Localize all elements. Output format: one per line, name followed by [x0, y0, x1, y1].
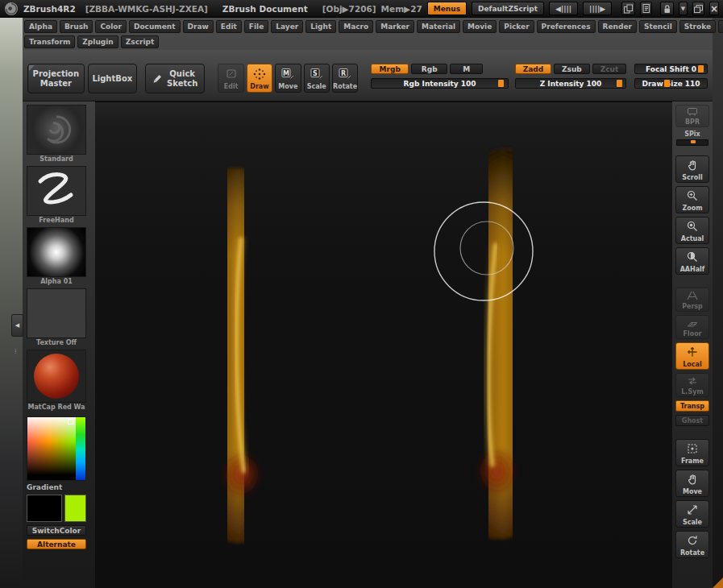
menu-item-zscript[interactable]: Zscript: [121, 35, 160, 48]
menu-item-texture[interactable]: Texture: [718, 20, 723, 33]
menu-item-color[interactable]: Color: [95, 20, 127, 33]
rotate-mode-button[interactable]: R Rotate: [332, 64, 358, 93]
document-canvas[interactable]: [95, 101, 672, 588]
magnifier-half-icon: [686, 248, 699, 266]
lsym-button[interactable]: L.Sym: [675, 373, 709, 397]
local-button[interactable]: Local: [675, 342, 709, 370]
copy-icon: [622, 3, 634, 14]
collapse-window-button[interactable]: ▼: [679, 2, 688, 15]
menu-item-file[interactable]: File: [244, 20, 268, 33]
menu-item-macro[interactable]: Macro: [339, 20, 373, 33]
zadd-button[interactable]: Zadd: [515, 64, 551, 74]
secondary-color-swatch[interactable]: [64, 495, 86, 522]
lightbox-button[interactable]: LightBox: [88, 64, 137, 93]
alternate-button[interactable]: Alternate: [27, 539, 86, 549]
menu-scroll-left-button[interactable]: ◀||||: [549, 2, 578, 15]
menu-scroll-right-button[interactable]: ||||▶: [583, 2, 612, 15]
quick-sketch-button[interactable]: Quick Sketch: [145, 64, 206, 93]
zcut-button[interactable]: Zcut: [592, 64, 626, 74]
left-tray-toggle[interactable]: ◀: [11, 314, 23, 337]
edit-mode-button[interactable]: Edit: [218, 64, 243, 93]
menu-item-layer[interactable]: Layer: [271, 20, 303, 33]
draw-mode-button[interactable]: Draw: [247, 64, 272, 93]
slider-handle[interactable]: [664, 80, 670, 87]
switch-color-button[interactable]: SwitchColor: [27, 525, 86, 536]
scroll-button[interactable]: Scroll: [675, 155, 709, 183]
ghost-button[interactable]: Ghost: [675, 415, 709, 426]
default-zscript-button[interactable]: DefaultZScript: [472, 2, 544, 15]
material-selector[interactable]: MatCap Red Wa: [27, 350, 86, 412]
alpha-selector[interactable]: Alpha 01: [27, 227, 86, 286]
frame-button[interactable]: Frame: [675, 439, 709, 466]
export-document-button[interactable]: [640, 2, 652, 15]
floor-button[interactable]: Floor: [675, 315, 709, 339]
chevron-left-icon: ◀: [15, 322, 19, 329]
move-mode-button[interactable]: M Move: [275, 64, 301, 93]
slider-handle[interactable]: [698, 65, 704, 72]
menu-item-transform[interactable]: Transform: [24, 35, 75, 48]
actual-size-button[interactable]: Actual: [675, 217, 709, 244]
menu-item-marker[interactable]: Marker: [376, 20, 414, 33]
object-counter: [Obj▶7206]: [322, 4, 376, 14]
hue-strip[interactable]: [76, 417, 85, 480]
menu-item-picker[interactable]: Picker: [499, 20, 534, 33]
move-canvas-button[interactable]: Move: [675, 470, 709, 497]
scale-mode-button[interactable]: S Scale: [304, 64, 330, 93]
menu-item-movie[interactable]: Movie: [463, 20, 497, 33]
color-picker-field[interactable]: [27, 417, 76, 480]
zsub-button[interactable]: Zsub: [554, 64, 590, 74]
persp-button[interactable]: Persp: [675, 288, 709, 312]
menu-item-light[interactable]: Light: [305, 20, 336, 33]
z-intensity-slider[interactable]: Z Intensity 100: [515, 78, 626, 89]
stroke-selector[interactable]: FreeHand: [27, 166, 86, 225]
slider-handle[interactable]: [498, 80, 504, 87]
copy-document-button[interactable]: [621, 2, 635, 15]
scroll-label: Scroll: [682, 174, 702, 181]
menu-item-zplugin[interactable]: Zplugin: [77, 35, 118, 48]
menus-button[interactable]: Menus: [427, 2, 467, 15]
menu-item-edit[interactable]: Edit: [216, 20, 242, 33]
canvas-artwork: [95, 102, 672, 588]
bpr-button[interactable]: BPR: [675, 105, 709, 127]
menu-item-preferences[interactable]: Preferences: [537, 20, 596, 33]
app-title: ZBrush4R2: [23, 4, 76, 14]
close-window-button[interactable]: ×: [709, 2, 719, 15]
slider-handle[interactable]: [617, 80, 622, 87]
alpha-thumbnail-icon: [27, 227, 86, 277]
menu-item-document[interactable]: Document: [129, 20, 181, 33]
magnifier-actual-icon: [686, 217, 699, 235]
aahalf-label: AAHalf: [680, 266, 705, 273]
rgb-button[interactable]: Rgb: [411, 64, 447, 74]
slider-handle[interactable]: [691, 140, 696, 143]
menu-item-brush[interactable]: Brush: [60, 20, 93, 33]
menu-item-stroke[interactable]: Stroke: [679, 20, 716, 33]
draw-size-slider[interactable]: Draw Size 110: [634, 78, 708, 89]
zbrush-window: ◀ ⁞ ZBrush4R2 [ZBBA-WMKG-ASHJ-ZXEA] ZBru…: [0, 0, 723, 588]
primary-color-swatch[interactable]: [27, 495, 62, 522]
mrgb-button[interactable]: Mrgb: [371, 64, 409, 74]
spix-slider[interactable]: SPix: [675, 130, 709, 146]
lsym-label: L.Sym: [681, 388, 703, 395]
projection-master-button[interactable]: Projection Master: [27, 64, 85, 93]
menu-item-material[interactable]: Material: [417, 20, 460, 33]
zoom-button[interactable]: Zoom: [675, 186, 709, 213]
brush-selector[interactable]: Standard: [27, 105, 86, 164]
scale-canvas-button[interactable]: Scale: [675, 500, 709, 528]
color-picker[interactable]: [27, 416, 86, 481]
menu-item-render[interactable]: Render: [598, 20, 637, 33]
texture-selector[interactable]: Texture Off: [27, 288, 86, 347]
aahalf-button[interactable]: AAHalf: [675, 247, 709, 275]
resize-grip[interactable]: [713, 578, 723, 588]
menu-item-stencil[interactable]: Stencil: [639, 20, 677, 33]
rotate-canvas-button[interactable]: Rotate: [675, 531, 709, 558]
gradient-toggle[interactable]: Gradient: [27, 483, 86, 491]
menu-item-alpha[interactable]: Alpha: [24, 20, 57, 33]
license-code: [ZBBA-WMKG-ASHJ-ZXEA]: [85, 4, 208, 14]
restore-window-button[interactable]: [692, 2, 704, 15]
rgb-intensity-slider[interactable]: Rgb Intensity 100: [371, 78, 509, 89]
focal-shift-slider[interactable]: Focal Shift 0: [634, 64, 708, 74]
transp-button[interactable]: Transp: [675, 400, 709, 412]
lock-button[interactable]: [660, 2, 674, 15]
menu-item-draw[interactable]: Draw: [183, 20, 214, 33]
m-button[interactable]: M: [450, 64, 483, 74]
